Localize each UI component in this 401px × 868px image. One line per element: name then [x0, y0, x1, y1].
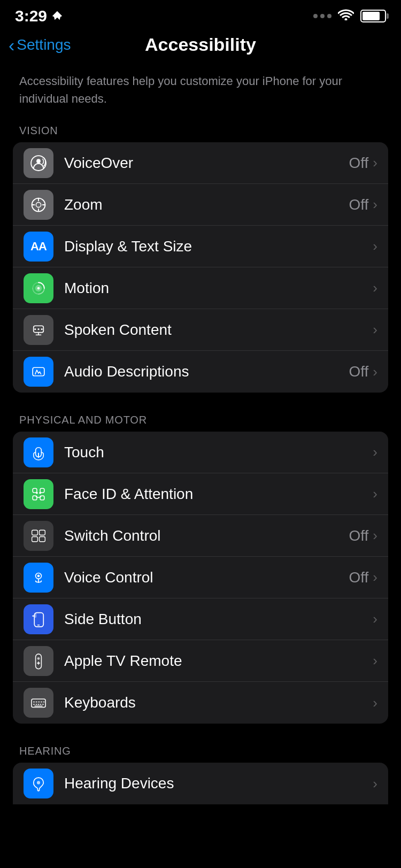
zoom-chevron: ›: [373, 196, 377, 213]
zoom-label: Zoom: [64, 196, 349, 213]
svg-point-12: [37, 328, 39, 329]
display-text-size-chevron: ›: [373, 238, 377, 255]
section-header-physical: PHYSICAL AND MOTOR: [0, 410, 401, 432]
voice-control-chevron: ›: [373, 569, 377, 586]
svg-rect-30: [36, 654, 42, 669]
zoom-value: Off: [349, 196, 368, 213]
display-text-size-label: Display & Text Size: [64, 238, 373, 255]
svg-point-1: [36, 159, 41, 163]
back-label: Settings: [17, 36, 71, 53]
voiceover-chevron: ›: [373, 155, 377, 171]
page-title: Accessibility: [145, 34, 256, 55]
face-id-chevron: ›: [373, 486, 377, 502]
hearing-devices-row[interactable]: Hearing Devices ›: [13, 763, 388, 804]
face-id-row[interactable]: Face ID & Attention ›: [13, 473, 388, 515]
svg-point-20: [36, 491, 38, 494]
motion-label: Motion: [64, 280, 373, 297]
spoken-content-icon: [24, 315, 53, 345]
svg-point-9: [37, 287, 40, 289]
apple-tv-remote-row[interactable]: Apple TV Remote ›: [13, 640, 388, 682]
svg-rect-16: [33, 488, 37, 493]
voiceover-row[interactable]: VoiceOver Off ›: [13, 142, 388, 184]
hearing-devices-icon: [24, 769, 53, 798]
touch-row[interactable]: Touch ›: [13, 432, 388, 473]
audio-descriptions-row[interactable]: Audio Descriptions Off ›: [13, 351, 388, 393]
zoom-row[interactable]: Zoom Off ›: [13, 184, 388, 226]
location-icon: [51, 10, 63, 22]
switch-control-value: Off: [349, 527, 368, 544]
svg-rect-24: [32, 536, 38, 541]
signal-icon: [313, 14, 331, 18]
svg-point-11: [34, 328, 36, 329]
svg-rect-25: [40, 536, 45, 541]
svg-point-27: [37, 574, 40, 577]
display-text-size-row[interactable]: AA Display & Text Size ›: [13, 226, 388, 267]
voiceover-icon: [24, 148, 53, 178]
wifi-icon: [338, 9, 354, 24]
hearing-devices-label: Hearing Devices: [64, 775, 373, 792]
voice-control-label: Voice Control: [64, 569, 349, 586]
svg-rect-22: [32, 530, 38, 535]
keyboards-chevron: ›: [373, 695, 377, 711]
svg-rect-29: [34, 612, 36, 617]
svg-rect-14: [33, 367, 44, 375]
back-button[interactable]: ‹ Settings: [9, 36, 71, 54]
nav-bar: ‹ Settings Accessibility: [0, 29, 401, 65]
touch-icon: [24, 437, 53, 467]
status-bar: 3:29: [0, 0, 401, 29]
apple-tv-remote-icon: [24, 646, 53, 676]
svg-rect-23: [40, 530, 45, 535]
apple-tv-remote-label: Apple TV Remote: [64, 652, 373, 670]
switch-control-label: Switch Control: [64, 527, 349, 544]
zoom-icon: [24, 190, 53, 220]
back-chevron-icon: ‹: [9, 36, 14, 54]
side-button-chevron: ›: [373, 611, 377, 627]
hearing-group: Hearing Devices ›: [13, 763, 388, 804]
spoken-content-label: Spoken Content: [64, 321, 373, 339]
spoken-content-chevron: ›: [373, 321, 377, 338]
face-id-icon: [24, 479, 53, 509]
voice-control-icon: [24, 563, 53, 593]
status-icons: [313, 9, 386, 24]
audio-descriptions-chevron: ›: [373, 364, 377, 380]
switch-control-chevron: ›: [373, 527, 377, 544]
status-time: 3:29: [15, 7, 63, 25]
voiceover-value: Off: [349, 155, 368, 172]
switch-control-icon: [24, 521, 53, 551]
touch-label: Touch: [64, 444, 373, 461]
side-button-icon: [24, 604, 53, 634]
face-id-label: Face ID & Attention: [64, 486, 373, 503]
accessibility-description: Accessibility features help you customiz…: [0, 65, 401, 120]
motion-row[interactable]: Motion ›: [13, 267, 388, 309]
battery-icon: [360, 10, 386, 22]
side-button-row[interactable]: Side Button ›: [13, 598, 388, 640]
voice-control-row[interactable]: Voice Control Off ›: [13, 557, 388, 598]
voice-control-value: Off: [349, 569, 368, 586]
svg-rect-17: [40, 488, 44, 493]
keyboards-label: Keyboards: [64, 694, 373, 711]
audio-descriptions-icon: [24, 357, 53, 387]
svg-point-31: [37, 657, 40, 660]
audio-descriptions-label: Audio Descriptions: [64, 363, 349, 380]
display-text-size-icon: AA: [24, 232, 53, 262]
side-button-label: Side Button: [64, 611, 373, 628]
svg-point-46: [37, 781, 40, 784]
motion-chevron: ›: [373, 280, 377, 296]
touch-chevron: ›: [373, 444, 377, 460]
section-header-vision: VISION: [0, 120, 401, 142]
svg-point-13: [41, 328, 43, 329]
svg-point-21: [39, 491, 41, 494]
audio-descriptions-value: Off: [349, 363, 368, 380]
voiceover-label: VoiceOver: [64, 155, 349, 172]
section-header-hearing: HEARING: [0, 741, 401, 763]
motion-icon: [24, 273, 53, 303]
physical-motor-group: Touch › Face ID & Attention ›: [13, 432, 388, 724]
spoken-content-row[interactable]: Spoken Content ›: [13, 309, 388, 351]
apple-tv-remote-chevron: ›: [373, 652, 377, 669]
keyboards-row[interactable]: Keyboards ›: [13, 682, 388, 724]
svg-point-3: [36, 202, 41, 207]
hearing-devices-chevron: ›: [373, 775, 377, 792]
keyboards-icon: [24, 688, 53, 718]
vision-group: VoiceOver Off › Zoom Off › AA Display & …: [13, 142, 388, 393]
switch-control-row[interactable]: Switch Control Off ›: [13, 515, 388, 557]
